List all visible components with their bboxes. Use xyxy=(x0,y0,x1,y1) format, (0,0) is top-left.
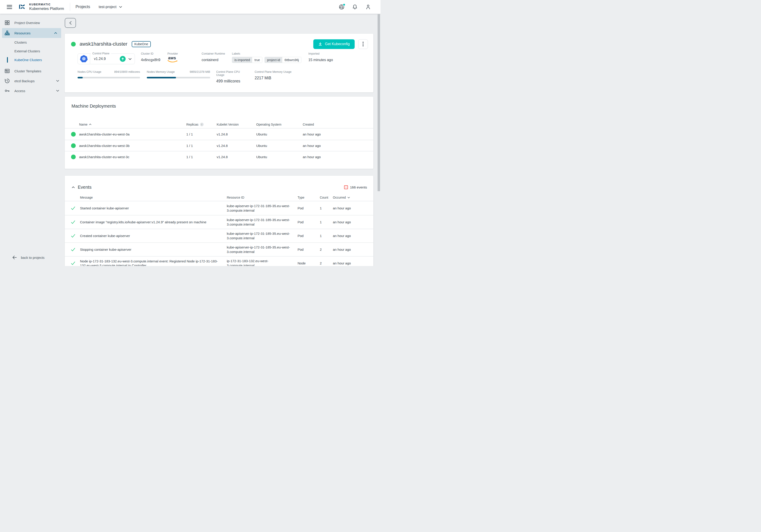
event-message: Node ip-172-31-183-132.eu-west-3.compute… xyxy=(80,259,227,266)
container-runtime-field: Container Runtime containerd xyxy=(202,52,232,64)
label-key: project-id xyxy=(265,57,282,63)
sidebar-item-label: Project Overview xyxy=(14,21,40,25)
machine-deployments-title: Machine Deployments xyxy=(65,97,373,109)
cp-memory-label: Control Plane Memory Usage xyxy=(255,70,291,74)
event-type: Pod xyxy=(298,220,320,224)
success-check-icon xyxy=(71,248,75,251)
menu-icon[interactable] xyxy=(7,4,12,10)
project-selector[interactable]: test-project xyxy=(99,5,122,9)
sidebar-item-label: Resources xyxy=(14,31,30,35)
cluster-name: awsk1harshita-cluster xyxy=(80,41,127,47)
sidebar-item-etcd-backups[interactable]: etcd Backups xyxy=(0,76,63,86)
md-created: an hour ago xyxy=(303,144,367,148)
sidebar-item-label: Clusters xyxy=(14,40,27,44)
aws-logo: aws xyxy=(167,56,178,63)
control-plane-label: Control Plane xyxy=(91,52,111,55)
get-kubeconfig-button[interactable]: Get Kubeconfig xyxy=(313,39,355,49)
md-kubelet: v1.24.8 xyxy=(217,132,256,136)
notification-dot xyxy=(343,3,345,6)
chevron-down-icon xyxy=(56,90,59,92)
imported-label: Imported xyxy=(308,52,368,55)
cluster-summary-card: awsk1harshita-cluster KubeOne Get Kubeco… xyxy=(65,34,373,92)
alert-icon: ! xyxy=(344,186,348,189)
md-created: an hour ago xyxy=(303,155,367,159)
announcements-button[interactable] xyxy=(339,4,345,10)
sidebar-item-access[interactable]: Access xyxy=(0,86,63,96)
control-plane-version-select[interactable]: Control Plane ☸ v1.24.9 xyxy=(78,53,135,64)
md-replicas: 1 / 1 xyxy=(186,155,217,159)
cp-cpu-value: 499 millicores xyxy=(216,79,249,83)
events-title: Events xyxy=(78,185,91,190)
template-card-icon xyxy=(5,68,10,74)
bell-icon xyxy=(352,4,358,10)
event-row: Node ip-172-31-183-132.eu-west-3.compute… xyxy=(65,256,373,266)
nodes-cpu-usage: Nodes CPU Usage 894/10800 millicores xyxy=(78,70,140,83)
events-count: ! 166 events xyxy=(344,186,367,189)
column-header-name[interactable]: Name xyxy=(79,123,186,126)
column-header-message: Message xyxy=(80,196,227,199)
vertical-scrollbar[interactable] xyxy=(378,14,380,191)
machine-deployment-row[interactable]: awsk1harshita-cluster-eu-west-3a 1 / 1 v… xyxy=(65,129,373,140)
machine-deployment-row[interactable]: awsk1harshita-cluster-eu-west-3c 1 / 1 v… xyxy=(65,151,373,162)
notifications-button[interactable] xyxy=(352,4,358,10)
column-header-replicas: Replicas i xyxy=(186,123,217,126)
md-kubelet: v1.24.8 xyxy=(217,144,256,148)
events-card: Events ! 166 events Message Resource ID … xyxy=(65,176,373,266)
md-name: awsk1harshita-cluster-eu-west-3b xyxy=(79,144,186,148)
collapse-section-icon[interactable] xyxy=(72,186,75,188)
event-resource-id: kube-apiserver-ip-172-31-185-35.eu-west-… xyxy=(227,245,298,254)
label-chip: is-imported true xyxy=(232,57,262,63)
event-count: 1 xyxy=(320,206,333,210)
brand-subtitle: Kubernetes Platform xyxy=(29,7,64,11)
sidebar-item-project-overview[interactable]: Project Overview xyxy=(0,18,63,27)
upgrade-available-icon[interactable] xyxy=(120,56,126,62)
label-chip: project-id 6ttbwrs96j xyxy=(264,57,301,63)
md-os: Ubuntu xyxy=(256,155,303,159)
user-menu-button[interactable] xyxy=(365,4,371,10)
page-title: Projects xyxy=(76,5,90,9)
column-header-occurred[interactable]: Occurred xyxy=(333,196,367,199)
event-occurred: an hour ago xyxy=(333,234,367,238)
sidebar-item-cluster-templates[interactable]: Cluster Templates xyxy=(0,66,63,76)
event-message: Container image "registry.k8s.io/kube-ap… xyxy=(80,220,227,224)
sidebar: Project Overview Resources Clusters Exte… xyxy=(0,14,63,266)
provider-field: Provider aws xyxy=(167,52,202,64)
event-row: Container image "registry.k8s.io/kube-ap… xyxy=(65,215,373,229)
sidebar-item-external-clusters[interactable]: External Clusters xyxy=(0,47,63,56)
back-button[interactable] xyxy=(65,18,76,28)
sidebar-item-kubeone-clusters[interactable]: KubeOne Clusters xyxy=(0,56,63,64)
chevron-down-icon[interactable] xyxy=(128,58,132,60)
back-to-projects-link[interactable]: back to projects xyxy=(0,253,44,261)
sidebar-item-clusters[interactable]: Clusters xyxy=(0,38,63,47)
sort-asc-icon xyxy=(89,124,91,125)
cp-cpu-label: Control Plane CPU Usage xyxy=(216,70,249,77)
dashboard-icon xyxy=(5,20,10,26)
chevron-left-icon xyxy=(69,21,72,25)
project-selector-value: test-project xyxy=(99,5,116,9)
nodes-cpu-progressbar xyxy=(78,77,140,79)
event-message: Stopping container kube-apiserver xyxy=(80,247,227,252)
event-type: Pod xyxy=(298,206,320,210)
md-replicas: 1 / 1 xyxy=(186,132,217,136)
md-name: awsk1harshita-cluster-eu-west-3c xyxy=(79,155,186,159)
sidebar-item-resources[interactable]: Resources xyxy=(2,28,61,38)
header-divider xyxy=(70,3,70,11)
events-header-row: Message Resource ID Type Count Occurred xyxy=(65,194,373,201)
arrow-left-icon xyxy=(12,255,17,259)
control-plane-cpu-usage: Control Plane CPU Usage 499 millicores xyxy=(216,70,249,83)
nodes-memory-usage: Nodes Memory Usage 9855/21378 MiB xyxy=(147,70,210,83)
machine-deployment-row[interactable]: awsk1harshita-cluster-eu-west-3b 1 / 1 v… xyxy=(65,140,373,151)
sidebar-item-label: External Clusters xyxy=(14,49,40,53)
info-icon[interactable]: i xyxy=(200,123,204,126)
cluster-actions-menu-button[interactable] xyxy=(358,39,368,49)
event-occurred: an hour ago xyxy=(333,206,367,210)
column-header-type: Type xyxy=(298,196,320,199)
event-occurred: an hour ago xyxy=(333,261,367,265)
cluster-status-dot xyxy=(71,42,76,46)
event-type: Pod xyxy=(298,247,320,251)
event-resource-id: kube-apiserver-ip-172-31-185-35.eu-west-… xyxy=(227,204,298,213)
download-icon xyxy=(318,42,322,46)
success-check-icon xyxy=(71,261,75,265)
column-header-resource-id: Resource ID xyxy=(227,196,298,199)
history-icon xyxy=(5,78,10,83)
